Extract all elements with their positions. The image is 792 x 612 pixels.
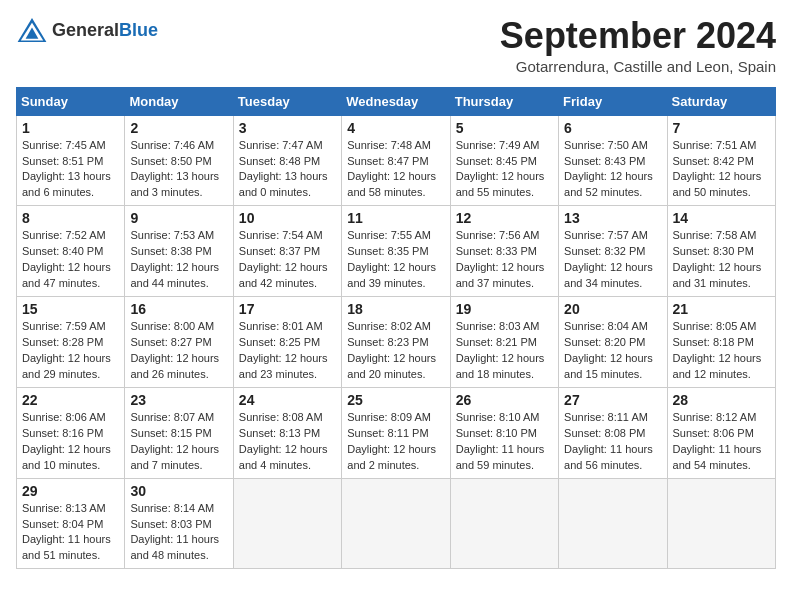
calendar-cell: 30Sunrise: 8:14 AMSunset: 8:03 PMDayligh… <box>125 478 233 569</box>
cell-line: Sunset: 8:47 PM <box>347 155 428 167</box>
cell-line: Daylight: 12 hours <box>130 352 219 364</box>
cell-line: Sunset: 8:23 PM <box>347 336 428 348</box>
cell-line: Daylight: 12 hours <box>673 261 762 273</box>
cell-line: Daylight: 11 hours <box>456 443 545 455</box>
cell-line: Daylight: 13 hours <box>239 170 328 182</box>
cell-line: Daylight: 12 hours <box>347 352 436 364</box>
calendar-header-wednesday: Wednesday <box>342 87 450 115</box>
day-number: 11 <box>347 210 444 226</box>
cell-line: Sunrise: 8:12 AM <box>673 411 757 423</box>
calendar-cell: 25Sunrise: 8:09 AMSunset: 8:11 PMDayligh… <box>342 387 450 478</box>
cell-line: Sunrise: 7:45 AM <box>22 139 106 151</box>
cell-line: Sunset: 8:25 PM <box>239 336 320 348</box>
cell-line: Sunset: 8:50 PM <box>130 155 211 167</box>
calendar-cell: 29Sunrise: 8:13 AMSunset: 8:04 PMDayligh… <box>17 478 125 569</box>
cell-line: and 15 minutes. <box>564 368 642 380</box>
cell-line: and 56 minutes. <box>564 459 642 471</box>
cell-line: Sunrise: 7:49 AM <box>456 139 540 151</box>
cell-line: Daylight: 11 hours <box>564 443 653 455</box>
cell-line: Daylight: 11 hours <box>130 533 219 545</box>
cell-line: Sunrise: 7:55 AM <box>347 229 431 241</box>
day-number: 5 <box>456 120 553 136</box>
calendar-cell: 5Sunrise: 7:49 AMSunset: 8:45 PMDaylight… <box>450 115 558 206</box>
calendar-cell: 1Sunrise: 7:45 AMSunset: 8:51 PMDaylight… <box>17 115 125 206</box>
cell-line: Sunrise: 7:57 AM <box>564 229 648 241</box>
cell-line: and 55 minutes. <box>456 186 534 198</box>
cell-line: Sunrise: 7:48 AM <box>347 139 431 151</box>
cell-line: Daylight: 12 hours <box>564 352 653 364</box>
day-number: 27 <box>564 392 661 408</box>
cell-line: Daylight: 11 hours <box>22 533 111 545</box>
calendar-cell: 11Sunrise: 7:55 AMSunset: 8:35 PMDayligh… <box>342 206 450 297</box>
cell-line: Sunset: 8:15 PM <box>130 427 211 439</box>
cell-line: Sunrise: 8:10 AM <box>456 411 540 423</box>
calendar-cell: 23Sunrise: 8:07 AMSunset: 8:15 PMDayligh… <box>125 387 233 478</box>
cell-line: Sunrise: 8:03 AM <box>456 320 540 332</box>
cell-line: Sunrise: 8:06 AM <box>22 411 106 423</box>
cell-line: Daylight: 11 hours <box>673 443 762 455</box>
day-number: 12 <box>456 210 553 226</box>
calendar-cell: 18Sunrise: 8:02 AMSunset: 8:23 PMDayligh… <box>342 297 450 388</box>
cell-line: Sunset: 8:27 PM <box>130 336 211 348</box>
cell-line: Sunset: 8:10 PM <box>456 427 537 439</box>
cell-line: Daylight: 12 hours <box>22 352 111 364</box>
logo-blue: Blue <box>119 20 158 40</box>
day-number: 13 <box>564 210 661 226</box>
cell-line: Daylight: 13 hours <box>22 170 111 182</box>
cell-line: Sunset: 8:06 PM <box>673 427 754 439</box>
day-number: 24 <box>239 392 336 408</box>
cell-line: Daylight: 12 hours <box>239 443 328 455</box>
cell-line: Daylight: 12 hours <box>239 261 328 273</box>
day-number: 19 <box>456 301 553 317</box>
calendar-cell: 2Sunrise: 7:46 AMSunset: 8:50 PMDaylight… <box>125 115 233 206</box>
day-number: 29 <box>22 483 119 499</box>
cell-line: Sunset: 8:03 PM <box>130 518 211 530</box>
calendar-cell: 20Sunrise: 8:04 AMSunset: 8:20 PMDayligh… <box>559 297 667 388</box>
cell-line: Daylight: 12 hours <box>239 352 328 364</box>
cell-line: Sunset: 8:11 PM <box>347 427 428 439</box>
cell-line: Daylight: 12 hours <box>564 261 653 273</box>
cell-line: and 26 minutes. <box>130 368 208 380</box>
logo: GeneralBlue <box>16 16 158 44</box>
cell-line: and 7 minutes. <box>130 459 202 471</box>
day-number: 25 <box>347 392 444 408</box>
week-row-2: 8Sunrise: 7:52 AMSunset: 8:40 PMDaylight… <box>17 206 776 297</box>
calendar-cell: 12Sunrise: 7:56 AMSunset: 8:33 PMDayligh… <box>450 206 558 297</box>
calendar-cell: 9Sunrise: 7:53 AMSunset: 8:38 PMDaylight… <box>125 206 233 297</box>
cell-line: Sunrise: 7:53 AM <box>130 229 214 241</box>
day-number: 20 <box>564 301 661 317</box>
day-number: 18 <box>347 301 444 317</box>
cell-line: Sunset: 8:43 PM <box>564 155 645 167</box>
calendar-header-sunday: Sunday <box>17 87 125 115</box>
cell-line: and 31 minutes. <box>673 277 751 289</box>
calendar-cell: 14Sunrise: 7:58 AMSunset: 8:30 PMDayligh… <box>667 206 775 297</box>
cell-line: and 10 minutes. <box>22 459 100 471</box>
calendar-cell: 8Sunrise: 7:52 AMSunset: 8:40 PMDaylight… <box>17 206 125 297</box>
cell-line: Sunset: 8:30 PM <box>673 245 754 257</box>
cell-line: and 6 minutes. <box>22 186 94 198</box>
cell-line: Sunset: 8:33 PM <box>456 245 537 257</box>
calendar-header-thursday: Thursday <box>450 87 558 115</box>
cell-line: Sunset: 8:21 PM <box>456 336 537 348</box>
week-row-4: 22Sunrise: 8:06 AMSunset: 8:16 PMDayligh… <box>17 387 776 478</box>
cell-line: Sunrise: 7:46 AM <box>130 139 214 151</box>
generalblue-logo-icon <box>16 16 48 44</box>
cell-line: and 50 minutes. <box>673 186 751 198</box>
cell-line: and 59 minutes. <box>456 459 534 471</box>
cell-line: Sunrise: 8:02 AM <box>347 320 431 332</box>
cell-line: and 18 minutes. <box>456 368 534 380</box>
cell-line: Daylight: 12 hours <box>130 443 219 455</box>
day-number: 16 <box>130 301 227 317</box>
cell-line: Sunrise: 7:59 AM <box>22 320 106 332</box>
cell-line: and 3 minutes. <box>130 186 202 198</box>
day-number: 15 <box>22 301 119 317</box>
cell-line: Daylight: 12 hours <box>456 170 545 182</box>
cell-line: and 37 minutes. <box>456 277 534 289</box>
cell-line: and 23 minutes. <box>239 368 317 380</box>
day-number: 7 <box>673 120 770 136</box>
cell-line: and 29 minutes. <box>22 368 100 380</box>
logo-general: General <box>52 20 119 40</box>
cell-line: Sunrise: 7:51 AM <box>673 139 757 151</box>
cell-line: Daylight: 12 hours <box>564 170 653 182</box>
cell-line: and 34 minutes. <box>564 277 642 289</box>
